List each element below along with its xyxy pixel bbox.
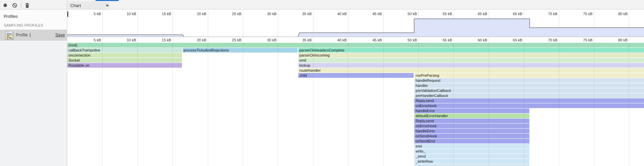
svg-text:%: % bbox=[9, 36, 12, 40]
